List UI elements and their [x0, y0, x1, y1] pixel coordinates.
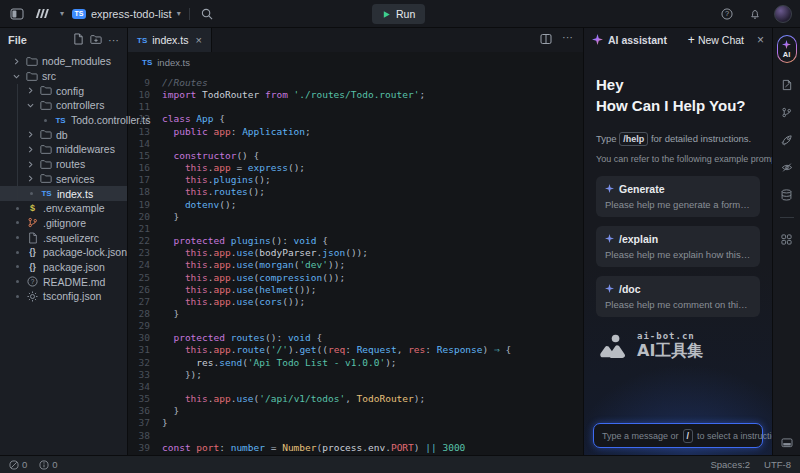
tree-item-tsconfig-json[interactable]: tsconfig.json — [0, 289, 127, 304]
ai-assistant-rail-button[interactable]: AI — [777, 35, 797, 63]
line-number: 17 — [128, 174, 162, 186]
prompt-description: Please help me explain how this function… — [605, 249, 751, 260]
tree-item-services[interactable]: services — [0, 172, 127, 187]
code-editor[interactable]: 9//Routes10import TodoRouter from './rou… — [128, 72, 583, 455]
file-marker-dot — [16, 207, 19, 210]
file-marker-dot — [30, 192, 33, 195]
code-line: 27 this.app.use(cors()); — [128, 296, 583, 308]
breadcrumb[interactable]: TS index.ts — [128, 52, 583, 72]
apps-grid-icon[interactable] — [781, 234, 792, 245]
encoding-setting[interactable]: UTF-8 — [764, 459, 791, 470]
app-logo[interactable] — [34, 5, 52, 23]
preview-off-icon[interactable] — [781, 162, 793, 173]
braces-icon: {} — [26, 247, 39, 257]
ai-sparkle-icon — [782, 40, 791, 49]
file-marker-dot — [44, 119, 47, 122]
tree-item-routes[interactable]: routes — [0, 157, 127, 172]
editor-more-icon[interactable]: ··· — [562, 31, 573, 49]
chevron-right-icon[interactable] — [12, 58, 21, 65]
breadcrumb-file: index.ts — [157, 57, 190, 68]
database-icon[interactable] — [781, 189, 792, 201]
code-line: 26 this.app.use(helmet()); — [128, 284, 583, 296]
prompt-card-generate[interactable]: GeneratePlease help me generate a form c… — [596, 176, 760, 217]
plus-icon: + — [688, 33, 695, 47]
tree-item--sequelizerc[interactable]: .sequelizerc — [0, 230, 127, 245]
folder-icon — [39, 100, 52, 111]
prompt-card--explain[interactable]: /explainPlease help me explain how this … — [596, 226, 760, 267]
notifications-bell-icon[interactable] — [746, 5, 764, 23]
message-input[interactable]: Type a message or / to select a instruct… — [593, 423, 763, 448]
sparkle-icon — [605, 233, 614, 245]
docs-icon[interactable] — [781, 79, 793, 91]
file-marker-dot — [16, 221, 19, 224]
logo-chevron-down-icon[interactable]: ▾ — [60, 9, 64, 18]
explorer-more-icon[interactable]: ··· — [108, 34, 119, 46]
tree-item-config[interactable]: config — [0, 83, 127, 98]
new-file-icon[interactable] — [73, 31, 84, 49]
top-bar: ▾ TS express-todo-list ▾ Run ? — [0, 0, 800, 28]
right-icon-rail: AI — [772, 28, 800, 455]
user-avatar[interactable] — [774, 5, 792, 23]
source-control-icon[interactable] — [781, 107, 792, 118]
chevron-right-icon[interactable] — [26, 161, 35, 168]
line-number: 32 — [128, 357, 162, 369]
errors-indicator[interactable]: 0 — [9, 459, 27, 470]
warnings-indicator[interactable]: 0 — [39, 459, 57, 470]
code-line: 19 dotenv(); — [128, 199, 583, 211]
tree-item-db[interactable]: db — [0, 127, 127, 142]
assistant-greeting: Hey How Can I Help You? — [596, 74, 760, 116]
svg-text:?: ? — [725, 9, 729, 18]
chevron-right-icon[interactable] — [26, 146, 35, 153]
chevron-down-icon[interactable] — [26, 102, 35, 109]
help-icon[interactable]: ? — [718, 5, 736, 23]
tree-item-index-ts[interactable]: TSindex.ts — [0, 186, 127, 201]
project-switcher[interactable]: TS express-todo-list ▾ — [72, 8, 181, 20]
file-marker-dot — [16, 236, 19, 239]
deploy-rocket-icon[interactable] — [781, 134, 793, 146]
tree-item-label: routes — [56, 158, 85, 170]
assistant-title: AI assistant — [608, 34, 667, 46]
line-number: 19 — [128, 199, 162, 211]
ts-file-icon: TS — [137, 36, 147, 45]
chevron-right-icon[interactable] — [26, 87, 35, 94]
line-number: 16 — [128, 162, 162, 174]
tree-item-label: config — [56, 85, 84, 97]
watermark-site: ai-bot.cn — [637, 331, 703, 341]
tree-item-controllers[interactable]: controllers — [0, 98, 127, 113]
env-icon: $ — [26, 203, 39, 213]
bottom-panel-icon[interactable] — [781, 438, 793, 448]
tree-item-todo-controller-ts[interactable]: TSTodo.controller.ts — [0, 113, 127, 128]
tab-index-ts[interactable]: TS index.ts × — [128, 28, 212, 52]
tab-label: index.ts — [152, 34, 188, 46]
tree-item-readme-md[interactable]: ?README.md — [0, 274, 127, 289]
chevron-right-icon[interactable] — [26, 175, 35, 182]
new-folder-icon[interactable] — [90, 31, 102, 49]
line-number: 14 — [128, 138, 162, 150]
tree-item-package-json[interactable]: {}package.json — [0, 260, 127, 275]
tab-close-icon[interactable]: × — [195, 34, 201, 46]
sidebar-toggle-icon[interactable] — [8, 5, 26, 23]
chevron-down-icon[interactable] — [12, 73, 21, 80]
sparkle-icon — [605, 283, 614, 295]
tree-item-src[interactable]: src — [0, 69, 127, 84]
tree-item--gitignore[interactable]: .gitignore — [0, 216, 127, 231]
split-editor-icon[interactable] — [540, 31, 552, 49]
prompt-card--doc[interactable]: /docPlease help me comment on this code. — [596, 276, 760, 317]
tree-item--env-example[interactable]: $.env.example — [0, 201, 127, 216]
new-chat-button[interactable]: + New Chat — [688, 33, 744, 47]
file-marker-dot — [16, 280, 19, 283]
run-button[interactable]: Run — [372, 4, 425, 24]
line-number: 39 — [128, 442, 162, 454]
assistant-close-icon[interactable]: × — [757, 33, 764, 47]
new-chat-label: New Chat — [698, 34, 744, 46]
tree-item-middlewares[interactable]: middlewares — [0, 142, 127, 157]
tree-item-node-modules[interactable]: node_modules — [0, 54, 127, 69]
code-line: 14 — [128, 138, 583, 150]
line-number: 25 — [128, 272, 162, 284]
tree-item-package-lock-json[interactable]: {}package-lock.json — [0, 245, 127, 260]
chevron-right-icon[interactable] — [26, 131, 35, 138]
indentation-setting[interactable]: Spaces:2 — [710, 459, 750, 470]
code-line: 18 this.routes(); — [128, 186, 583, 198]
editor-tab-bar: TS index.ts × ··· — [128, 28, 583, 52]
search-icon[interactable] — [198, 5, 216, 23]
